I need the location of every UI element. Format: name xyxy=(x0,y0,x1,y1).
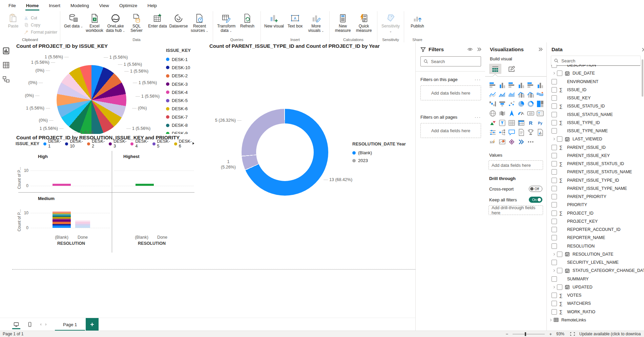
visual-type-button[interactable] xyxy=(497,127,507,137)
visual-type-button[interactable] xyxy=(535,80,545,90)
visual-type-button[interactable] xyxy=(497,137,507,146)
field-row[interactable]: STATUS_CATEGORY_CHANGE_DATE xyxy=(547,266,644,275)
ribbon-button[interactable]: Sensitivity ⌄ xyxy=(380,12,401,34)
visual-type-button[interactable] xyxy=(507,99,516,108)
visual-type-button[interactable] xyxy=(526,99,535,108)
menu-item[interactable]: Help xyxy=(142,0,162,11)
field-row[interactable]: SECURITY_LEVEL_NAME xyxy=(547,258,644,266)
keep-all-filters-toggle[interactable]: On xyxy=(529,197,542,203)
visual-type-button[interactable] xyxy=(507,137,516,146)
visual-type-button[interactable] xyxy=(516,108,526,118)
visual-type-button[interactable] xyxy=(516,118,526,127)
visual-type-button[interactable] xyxy=(497,99,507,108)
field-checkbox[interactable] xyxy=(552,169,557,175)
desktop-layout-button[interactable] xyxy=(9,318,23,331)
previous-page-icon[interactable] xyxy=(39,323,41,326)
ribbon-button[interactable]: Get data ⌄ xyxy=(63,12,84,33)
legend-item[interactable]: (Blank) xyxy=(352,149,406,157)
eye-icon[interactable] xyxy=(468,47,473,52)
values-dropzone[interactable]: Add data fields here xyxy=(489,160,543,170)
bar-highest-Blank[interactable] xyxy=(136,184,154,186)
visual-type-button[interactable] xyxy=(535,118,545,127)
filters-page-dropzone[interactable]: Add data fields here xyxy=(420,85,481,100)
field-row[interactable]: ∑ PARENT_ISSUE_TYPE_ID xyxy=(547,176,644,184)
expand-chevron-icon[interactable] xyxy=(552,269,557,272)
visual-type-button[interactable] xyxy=(488,80,497,90)
field-checkbox[interactable] xyxy=(552,87,557,93)
field-checkbox[interactable] xyxy=(552,202,557,207)
ribbon-button[interactable]: New measure xyxy=(332,12,353,33)
legend-item[interactable]: 2023 xyxy=(352,157,406,164)
ribbon-button[interactable]: Quick measure xyxy=(353,12,374,33)
visual-type-button[interactable] xyxy=(516,99,526,108)
field-checkbox[interactable] xyxy=(552,309,557,315)
visual-type-button[interactable] xyxy=(488,118,497,127)
field-checkbox[interactable] xyxy=(552,103,557,109)
field-row[interactable]: ISSUE_STATUS_NAME xyxy=(547,111,644,119)
legend-item[interactable]: DESK-2 xyxy=(166,72,204,80)
clipboard-small-button[interactable]: Format painter xyxy=(24,28,57,36)
visual-type-button[interactable] xyxy=(535,108,545,118)
pie-graphic[interactable] xyxy=(57,65,126,135)
visual-type-button[interactable] xyxy=(507,127,516,137)
visual-type-button[interactable] xyxy=(488,108,497,118)
field-checkbox[interactable] xyxy=(552,227,557,232)
ribbon-button[interactable]: SQL Server xyxy=(126,12,147,33)
legend-item[interactable]: DESK-4 xyxy=(166,88,204,96)
ribbon-button[interactable]: Excel workbook xyxy=(84,12,105,33)
field-checkbox[interactable] xyxy=(552,79,557,84)
legend-item[interactable]: DESK-1 xyxy=(166,55,204,63)
field-row[interactable]: RESOLUTION_DATE xyxy=(547,250,644,258)
zoom-slider-handle[interactable] xyxy=(525,332,526,336)
bar-chart-visual[interactable]: Count of PROJECT_ID by RESOLUTION, ISSUE… xyxy=(14,134,197,253)
field-row[interactable]: PARENT_ISSUE_TYPE_NAME xyxy=(547,184,644,193)
zoom-in-button[interactable]: + xyxy=(549,332,552,337)
field-checkbox[interactable] xyxy=(552,235,557,240)
legend-item[interactable]: DESK-4 xyxy=(130,141,148,147)
visual-type-button[interactable] xyxy=(526,127,535,137)
clipboard-small-button[interactable]: Cut xyxy=(24,14,57,21)
field-row[interactable]: DESCRIPTION xyxy=(547,65,644,69)
field-row[interactable]: ISSUE_KEY xyxy=(547,94,644,102)
legend-item[interactable]: DESK-10 xyxy=(166,63,204,72)
donut-chart-visual[interactable]: Count of PARENT_ISSUE_TYPE_ID and Count … xyxy=(207,42,415,198)
field-checkbox[interactable] xyxy=(552,65,557,68)
mobile-layout-button[interactable] xyxy=(23,318,37,331)
scrollbar[interactable] xyxy=(642,59,643,97)
legend-scroll-right-icon[interactable] xyxy=(192,141,195,146)
field-checkbox[interactable] xyxy=(552,95,557,101)
field-row[interactable]: ∑ PARENT_ISSUE_STATUS_ID xyxy=(547,160,644,168)
field-row[interactable]: REPORTER_NAME xyxy=(547,234,644,242)
menu-item[interactable]: Insert xyxy=(44,0,65,11)
build-visual-tab[interactable] xyxy=(489,64,501,74)
field-row[interactable]: ISSUE_TYPE_NAME xyxy=(547,127,644,135)
ribbon-button[interactable]: Publish xyxy=(407,12,428,28)
fit-to-page-icon[interactable] xyxy=(570,332,575,336)
field-checkbox[interactable] xyxy=(557,284,562,290)
data-search-input[interactable]: Search xyxy=(551,56,641,66)
field-checkbox[interactable] xyxy=(552,243,557,249)
legend-item[interactable]: DESK-6 xyxy=(166,105,204,113)
visual-type-button[interactable] xyxy=(535,90,545,99)
field-checkbox[interactable] xyxy=(552,301,557,306)
field-row[interactable]: PROJECT_KEY xyxy=(547,217,644,225)
visual-type-button[interactable] xyxy=(507,108,516,118)
table-row[interactable]: RemoteLinks xyxy=(547,316,644,324)
zoom-slider[interactable] xyxy=(513,334,545,334)
update-notification[interactable]: Update available (click to downloa xyxy=(579,332,641,336)
ribbon-button[interactable]: OneLake data hub ⌄ xyxy=(105,12,126,33)
visual-type-button[interactable] xyxy=(488,137,497,146)
field-row[interactable]: ∑ ISSUE_ID xyxy=(547,86,644,94)
expand-chevron-icon[interactable] xyxy=(548,318,554,322)
field-row[interactable]: ∑ VOTES xyxy=(547,291,644,299)
field-checkbox[interactable] xyxy=(557,252,562,257)
bar-high-Blank[interactable] xyxy=(53,184,71,186)
bar-medium-Blank[interactable] xyxy=(53,212,71,228)
expand-chevron-icon[interactable] xyxy=(552,72,557,75)
menu-item[interactable]: File xyxy=(3,0,21,11)
field-checkbox[interactable] xyxy=(552,260,557,265)
visual-type-button[interactable] xyxy=(488,90,497,99)
visual-type-button[interactable] xyxy=(497,108,507,118)
next-page-icon[interactable] xyxy=(45,323,48,326)
field-checkbox[interactable] xyxy=(552,153,557,158)
